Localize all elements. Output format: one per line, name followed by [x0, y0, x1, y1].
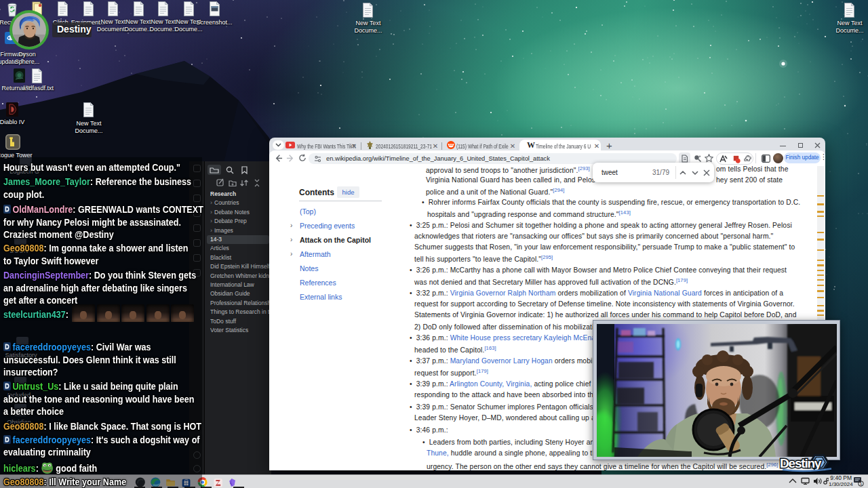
svg-text:1: 1	[860, 482, 863, 486]
svg-text:Destiny: Destiny	[780, 456, 822, 470]
